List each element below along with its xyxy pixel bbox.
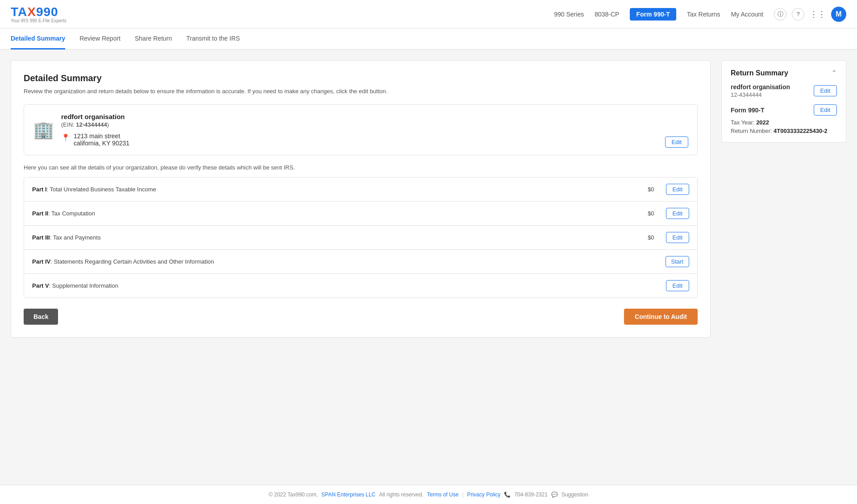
right-panel: Return Summary ⌃ redfort organisation 12…: [721, 60, 846, 143]
tax-year-label: Tax Year:: [731, 119, 755, 126]
header: TAX990 Your IRS 990 E-File Experts 990 S…: [0, 0, 857, 29]
part4-bold: Part IV: [32, 258, 50, 265]
form-label: Form 990-T: [731, 107, 764, 114]
part1-bold: Part I: [32, 186, 47, 193]
part5-edit-button[interactable]: Edit: [666, 280, 689, 291]
ein-value: 12-4344444: [76, 121, 107, 128]
address-line2: california, KY 90231: [74, 140, 129, 147]
summary-form-row: Form 990-T Edit Tax Year: 2022 Return Nu…: [731, 104, 837, 134]
form-row-inner: Form 990-T Edit: [731, 104, 837, 116]
part2-edit-button[interactable]: Edit: [666, 208, 689, 219]
org-edit-area: Edit: [665, 136, 688, 148]
part3-desc: : Tax and Payments: [50, 234, 101, 241]
summary-org-name: redfort organisation 12-4344444: [731, 83, 790, 98]
org-ein: (EIN: 12-4344444): [61, 121, 688, 128]
nav-form990t[interactable]: Form 990-T: [630, 8, 676, 21]
part1-label: Part I: Total Unrelated Business Taxable…: [32, 186, 633, 193]
sidebar-org-edit-button[interactable]: Edit: [814, 85, 837, 96]
ein-label: EIN:: [63, 121, 74, 128]
footer-rights: All rights reserved.: [379, 492, 423, 498]
part3-bold: Part III: [32, 234, 50, 241]
table-row: Part II: Tax Computation $0 Edit: [24, 202, 697, 226]
address-line1: 1213 main street: [74, 132, 129, 140]
part2-desc: : Tax Computation: [48, 210, 95, 217]
footer-privacy[interactable]: Privacy Policy: [467, 492, 500, 498]
footer-copyright: © 2022 Tax990.com,: [269, 492, 318, 498]
part2-bold: Part II: [32, 210, 48, 217]
collapse-icon[interactable]: ⌃: [831, 69, 837, 77]
org-address: 1213 main street california, KY 90231: [74, 132, 129, 147]
page-subtitle: Review the organization and return detai…: [24, 88, 698, 95]
tab-detailed-summary[interactable]: Detailed Summary: [11, 29, 65, 50]
org-address-line: 📍 1213 main street california, KY 90231: [61, 132, 688, 147]
part1-desc: : Total Unrelated Business Taxable Incom…: [47, 186, 156, 193]
return-summary-title: Return Summary: [731, 69, 788, 77]
info-text: Here you can see all the details of your…: [24, 164, 698, 171]
summary-org-row: redfort organisation 12-4344444 Edit: [731, 83, 837, 98]
org-details: redfort organisation (EIN: 12-4344444) 📍…: [61, 113, 688, 147]
summary-ein-text: 12-4344444: [731, 91, 790, 98]
footer-divider: |: [462, 492, 463, 498]
part5-bold: Part V: [32, 282, 49, 289]
nav-tax-returns[interactable]: Tax Returns: [687, 11, 720, 18]
footer-chat-icon: 💬: [551, 492, 558, 498]
footer: © 2022 Tax990.com, SPAN Enterprises LLC …: [0, 485, 857, 504]
part2-amount: $0: [637, 210, 654, 217]
nav-990-series[interactable]: 990 Series: [554, 11, 584, 18]
tax-year-value: 2022: [756, 119, 769, 126]
table-row: Part IV: Statements Regarding Certain Ac…: [24, 250, 697, 274]
sidebar-form-edit-button[interactable]: Edit: [814, 104, 837, 116]
bottom-bar: Back Continue to Audit: [24, 309, 698, 325]
logo: TAX990: [11, 5, 67, 19]
footer-terms[interactable]: Terms of Use: [427, 492, 459, 498]
nav-my-account[interactable]: My Account: [731, 11, 763, 18]
grid-icon[interactable]: ⋮⋮: [810, 9, 826, 19]
table-row: Part I: Total Unrelated Business Taxable…: [24, 178, 697, 202]
part3-amount: $0: [637, 234, 654, 241]
logo-area: TAX990 Your IRS 990 E-File Experts: [11, 5, 67, 23]
part1-amount: $0: [637, 186, 654, 193]
tab-transmit-irs[interactable]: Transmit to the IRS: [186, 29, 240, 50]
footer-phone-icon: 📞: [504, 492, 511, 498]
location-icon: 📍: [61, 133, 70, 142]
footer-suggestion: Suggestion: [562, 492, 588, 498]
org-card: 🏢 redfort organisation (EIN: 12-4344444)…: [24, 104, 698, 155]
nav-8038cp[interactable]: 8038-CP: [595, 11, 619, 18]
back-button[interactable]: Back: [24, 309, 58, 325]
left-panel: Detailed Summary Review the organization…: [11, 60, 711, 338]
part5-desc: : Supplemental Information: [49, 282, 118, 289]
help-icon[interactable]: ?: [792, 8, 804, 21]
return-number-value: 4T0033332225430-2: [774, 128, 828, 134]
parts-table: Part I: Total Unrelated Business Taxable…: [24, 177, 698, 298]
part3-label: Part III: Tax and Payments: [32, 234, 633, 241]
building-icon: 🏢: [33, 120, 54, 140]
header-nav: 990 Series 8038-CP Form 990-T Tax Return…: [554, 7, 846, 22]
part1-edit-button[interactable]: Edit: [666, 184, 689, 195]
part4-start-button[interactable]: Start: [666, 256, 689, 267]
footer-phone: 704-839-2321: [514, 492, 548, 498]
part5-label: Part V: Supplemental Information: [32, 282, 633, 289]
part3-edit-button[interactable]: Edit: [666, 232, 689, 243]
table-row: Part V: Supplemental Information Edit: [24, 274, 697, 297]
logo-subtitle: Your IRS 990 E-File Experts: [11, 18, 67, 23]
avatar[interactable]: M: [831, 7, 846, 22]
tab-share-return[interactable]: Share Return: [135, 29, 172, 50]
header-icons: ⓘ ? ⋮⋮ M: [774, 7, 846, 22]
tabs-bar: Detailed Summary Review Report Share Ret…: [0, 29, 857, 50]
part2-label: Part II: Tax Computation: [32, 210, 633, 217]
org-edit-button[interactable]: Edit: [665, 136, 688, 148]
part4-desc: : Statements Regarding Certain Activitie…: [50, 258, 214, 265]
return-number-label: Return Number:: [731, 128, 772, 134]
tax-year-row: Tax Year: 2022: [731, 119, 837, 126]
org-name: redfort organisation: [61, 113, 688, 120]
tab-review-report[interactable]: Review Report: [79, 29, 121, 50]
return-number-row: Return Number: 4T0033332225430-2: [731, 128, 837, 134]
footer-span-link[interactable]: SPAN Enterprises LLC: [321, 492, 375, 498]
continue-audit-button[interactable]: Continue to Audit: [624, 309, 698, 325]
part4-label: Part IV: Statements Regarding Certain Ac…: [32, 258, 632, 265]
info-icon[interactable]: ⓘ: [774, 8, 786, 21]
summary-org-name-text: redfort organisation: [731, 83, 790, 91]
return-summary-header: Return Summary ⌃: [731, 69, 837, 77]
page-title: Detailed Summary: [24, 73, 698, 83]
main-content: Detailed Summary Review the organization…: [0, 50, 857, 485]
